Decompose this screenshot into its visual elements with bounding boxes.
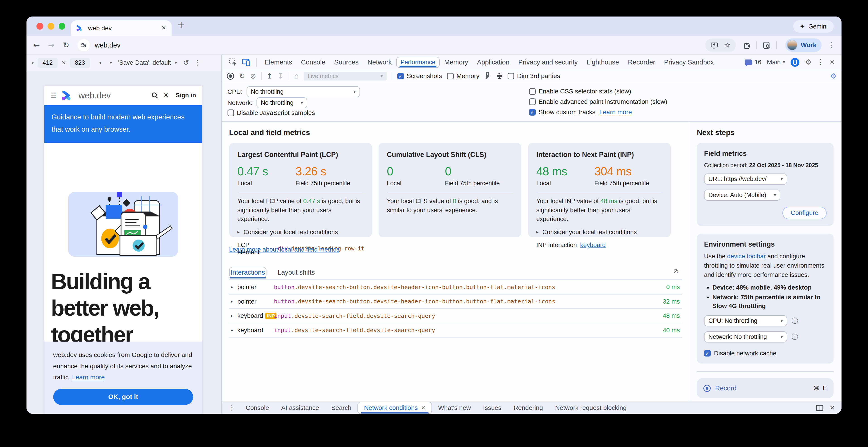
drawer-tab-search[interactable]: Search [325,402,358,414]
device-width-input[interactable]: 412 [38,58,58,68]
toggle-device-toolbar-icon[interactable] [242,58,250,66]
tab-application[interactable]: Application [472,55,514,70]
device-toolbar-link[interactable]: device toolbar [727,253,766,260]
console-messages-icon[interactable] [745,60,752,65]
cookie-accept-button[interactable]: OK, got it [53,389,193,405]
home-icon[interactable]: ⌂ [294,73,299,80]
drawer-tab-rendering[interactable]: Rendering [507,402,549,414]
table-row[interactable]: ▸ pointer button.devsite-search-button.d… [229,295,682,309]
search-tabs-icon[interactable] [763,42,770,49]
back-icon[interactable]: ← [33,41,40,49]
close-drawer-icon[interactable]: ✕ [830,405,835,411]
metrics-learn-more-link[interactable]: Learn more about local and field metrics [229,246,339,253]
device-select-icon[interactable]: ▾ [31,61,34,65]
clear-icon[interactable]: ⊘ [250,73,256,80]
record-icon[interactable] [227,73,234,80]
info-icon[interactable]: ⓘ [792,318,798,324]
field-device-select[interactable]: Device: Auto (Mobile)▾ [704,190,780,201]
cpu-throttling-select[interactable]: No throttling▾ [247,86,360,97]
capture-settings-icon[interactable]: ⚙ [830,73,836,80]
tab-memory[interactable]: Memory [440,55,472,70]
drawer-tab-ai-assistance[interactable]: AI assistance [275,402,325,414]
css-selector-stats-checkbox[interactable]: Enable CSS selector stats (slow) [529,88,631,95]
inspect-element-icon[interactable] [229,58,237,66]
row-expand-icon[interactable]: ▸ [231,313,233,318]
devtools-settings-icon[interactable]: ⚙ [805,59,811,66]
maximize-window-button[interactable] [59,23,65,29]
tab-recorder[interactable]: Recorder [623,55,660,70]
menu-icon[interactable]: ☰ [50,92,56,99]
minimize-window-button[interactable] [48,23,54,29]
tab-layout-shifts[interactable]: Layout shifts [276,267,316,279]
console-message-count[interactable]: 16 [754,59,762,66]
close-drawer-tab-icon[interactable]: ✕ [421,405,425,410]
theme-toggle-icon[interactable]: ☀ [163,92,169,99]
tab-interactions[interactable]: Interactions [229,267,267,278]
drawer-menu-icon[interactable]: ⋮ [228,405,235,411]
memory-checkbox[interactable]: Memory [447,72,479,80]
env-network-select[interactable]: Network: No throttling▾ [704,332,787,343]
inp-interaction-link[interactable]: keyboard [580,241,606,249]
throttle-select-icon[interactable]: ▾ [110,61,112,65]
new-tab-button[interactable]: + [177,20,185,29]
table-row[interactable]: ▸ pointer button.devsite-search-button.d… [229,280,682,295]
device-height-input[interactable]: 823 [70,58,90,68]
devtools-close-icon[interactable]: ✕ [830,59,835,65]
info-icon[interactable]: ⓘ [792,334,798,340]
dock-side-icon[interactable] [816,405,823,411]
disable-network-cache-checkbox[interactable]: Disable network cache [704,350,827,357]
bookmark-star-icon[interactable]: ☆ [724,42,730,49]
record-reload-icon[interactable]: ↻ [239,73,245,80]
drawer-tab-network-request-blocking[interactable]: Network request blocking [549,402,632,414]
emulation-active-icon[interactable] [790,58,799,67]
browser-menu-icon[interactable]: ⋮ [828,42,835,49]
table-row[interactable]: ▸ keyboard input.devsite-search-field.de… [229,323,682,338]
tab-lighthouse[interactable]: Lighthouse [582,55,623,70]
env-cpu-select[interactable]: CPU: No throttling▾ [704,315,787,326]
extensions-icon[interactable] [743,42,750,49]
paint-flashing-icon[interactable] [484,71,491,81]
row-expand-icon[interactable]: ▸ [231,299,233,304]
row-expand-icon[interactable]: ▸ [231,285,233,289]
dim-3rd-parties-checkbox[interactable]: Dim 3rd parties [507,72,560,80]
device-toolbar-menu-icon[interactable]: ⋮ [194,60,200,66]
tab-performance[interactable]: Performance [396,57,440,68]
tab-network[interactable]: Network [363,55,396,70]
lcp-consider-disclosure[interactable]: ▸Consider your local test conditions [238,229,364,236]
screenshots-checkbox[interactable]: Screenshots [397,72,442,80]
gemini-button[interactable]: ✦ Gemini [793,20,834,33]
save-profile-icon[interactable]: ↧ [278,73,284,80]
reload-icon[interactable]: ↻ [63,41,69,49]
cookie-learn-more-link[interactable]: Learn more [72,374,105,381]
drawer-tab-issues[interactable]: Issues [477,402,507,414]
tab-close-icon[interactable]: ✕ [161,25,166,31]
configure-button[interactable]: Configure [782,207,826,219]
install-icon[interactable] [711,42,718,49]
forward-icon[interactable]: → [48,41,55,49]
browser-tab[interactable]: web.dev ✕ [71,20,172,36]
clear-log-icon[interactable]: ⊘ [673,268,679,274]
inp-consider-disclosure[interactable]: ▸Consider your local test conditions [536,229,663,236]
rotate-device-icon[interactable]: ↺ [183,59,189,67]
load-profile-icon[interactable]: ↥ [267,73,273,80]
custom-tracks-learn-more-link[interactable]: Learn more [599,109,632,116]
custom-tracks-checkbox[interactable]: Show custom tracks [529,109,595,116]
collapse-sections-icon[interactable] [496,71,503,81]
drawer-tab-whats-new[interactable]: What's new [432,402,477,414]
omnibox-url[interactable]: web.dev [95,41,121,49]
sign-in-link[interactable]: Sign in [176,92,196,99]
page-search-icon[interactable] [151,92,158,99]
zoom-select-icon[interactable]: ▾ [99,61,102,65]
tab-sources[interactable]: Sources [330,55,363,70]
profile-button[interactable]: Work [785,38,822,52]
devtools-menu-icon[interactable]: ⋮ [817,59,824,66]
tab-console[interactable]: Console [297,55,330,70]
table-row[interactable]: ▸ keyboardINP input.devsite-search-field… [229,309,682,323]
field-url-select[interactable]: URL: https://web.dev/▾ [704,173,787,184]
row-expand-icon[interactable]: ▸ [231,328,233,333]
advanced-paint-checkbox[interactable]: Enable advanced paint instrumentation (s… [529,98,667,105]
main-context-select[interactable]: Main▾ [767,59,785,66]
drawer-tab-console[interactable]: Console [240,402,275,414]
close-window-button[interactable] [36,23,43,29]
drawer-tab-network-conditions[interactable]: Network conditions✕ [358,402,432,414]
